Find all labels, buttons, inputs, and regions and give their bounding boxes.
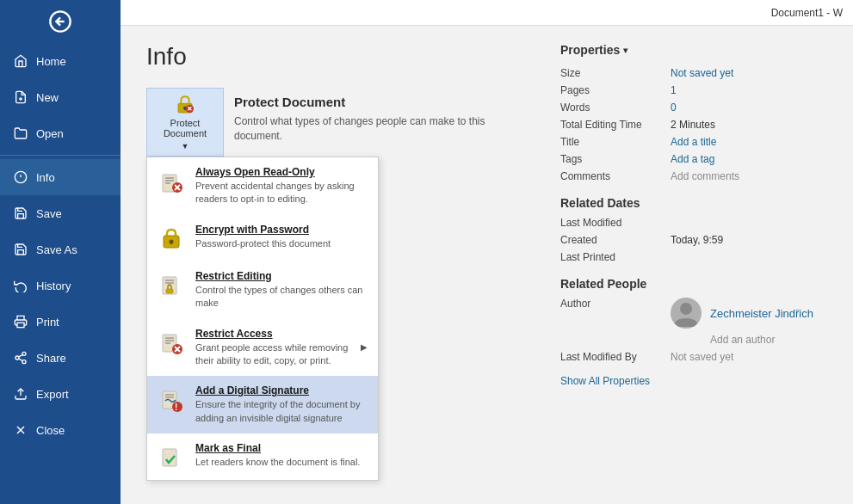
property-row-author: Author Zechmeister Jindřich Add an: [560, 298, 827, 346]
sidebar-item-history-label: History: [36, 280, 71, 292]
properties-rows: Size Not saved yet Pages 1 Words 0 Total…: [560, 67, 827, 182]
property-value-size[interactable]: Not saved yet: [671, 67, 733, 79]
sidebar: Home New Open Info Save Save As History …: [0, 0, 121, 504]
save-icon: [14, 206, 28, 220]
read-only-icon: [158, 168, 185, 195]
svg-line-12: [19, 354, 23, 357]
property-value-tags[interactable]: Add a tag: [671, 153, 714, 165]
info-icon: [14, 170, 28, 184]
protect-description: Protect Document Control what types of c…: [224, 88, 535, 151]
sidebar-item-save[interactable]: Save: [0, 195, 121, 231]
mark-final-icon: [158, 444, 185, 471]
property-value-comments[interactable]: Add comments: [671, 170, 739, 182]
protect-document-button[interactable]: ProtectDocument ▼: [146, 88, 224, 157]
svg-rect-18: [184, 108, 185, 111]
sidebar-item-export[interactable]: Export: [0, 376, 121, 412]
menu-item-encrypt[interactable]: Encrypt with Password Password-protect t…: [147, 215, 378, 261]
home-icon: [14, 54, 28, 68]
menu-item-digital-signature[interactable]: ! Add a Digital Signature Ensure the int…: [147, 376, 378, 433]
sidebar-item-print[interactable]: Print: [0, 304, 121, 340]
related-dates-title: Related Dates: [560, 196, 827, 210]
property-row-editing-time: Total Editing Time 2 Minutes: [560, 119, 827, 131]
encrypt-icon: [158, 225, 185, 253]
property-row-size: Size Not saved yet: [560, 67, 827, 79]
sidebar-item-open[interactable]: Open: [0, 115, 121, 151]
show-all-properties-link[interactable]: Show All Properties: [560, 375, 650, 387]
sidebar-item-save-label: Save: [36, 207, 62, 220]
main-content: Document1 - W Info: [121, 0, 853, 504]
menu-item-encrypt-desc: Password-protect this document: [195, 237, 368, 250]
property-value-pages[interactable]: 1: [671, 84, 677, 96]
related-dates-rows: Last Modified Created Today, 9:59 Last P…: [560, 217, 827, 263]
sidebar-item-export-label: Export: [36, 388, 69, 401]
export-icon: [14, 387, 28, 401]
property-value-editing-time: 2 Minutes: [671, 119, 715, 131]
document-name: Document1 - W: [771, 7, 843, 19]
print-icon: [14, 315, 28, 329]
digital-sig-icon: !: [158, 386, 185, 414]
property-row-created: Created Today, 9:59: [560, 234, 827, 246]
sidebar-item-close[interactable]: Close: [0, 412, 121, 448]
svg-rect-7: [17, 323, 24, 327]
sidebar-item-print-label: Print: [36, 316, 59, 329]
property-row-last-modified-by: Last Modified By Not saved yet: [560, 351, 827, 363]
sidebar-item-info-label: Info: [36, 171, 55, 184]
menu-item-restrict-access[interactable]: Restrict Access Grant people access whil…: [147, 319, 378, 377]
property-row-tags: Tags Add a tag: [560, 153, 827, 165]
property-value-title[interactable]: Add a title: [671, 136, 716, 148]
property-label-pages: Pages: [560, 84, 664, 96]
back-button[interactable]: [0, 0, 121, 43]
protect-button-label: ProtectDocument: [164, 118, 207, 138]
property-label-editing-time: Total Editing Time: [560, 119, 664, 131]
menu-item-always-open-text: Always Open Read-Only Prevent accidental…: [195, 166, 368, 206]
properties-dropdown-icon[interactable]: ▾: [623, 46, 627, 55]
sidebar-item-open-label: Open: [36, 127, 64, 140]
save-as-icon: [14, 243, 28, 256]
property-label-last-printed: Last Printed: [560, 251, 664, 263]
sidebar-divider-1: [0, 155, 121, 156]
menu-item-restrict-editing-text: Restrict Editing Control the types of ch…: [195, 270, 368, 310]
top-bar: Document1 - W: [121, 0, 853, 26]
protect-button-dropdown-arrow: ▼: [182, 142, 189, 151]
sidebar-item-info[interactable]: Info: [0, 159, 121, 195]
property-label-words: Words: [560, 101, 664, 114]
sidebar-item-share[interactable]: Share: [0, 340, 121, 376]
menu-item-restrict-editing[interactable]: Restrict Editing Control the types of ch…: [147, 261, 378, 319]
svg-line-11: [19, 359, 23, 361]
add-author[interactable]: Add an author: [710, 334, 813, 346]
sidebar-item-save-as[interactable]: Save As: [0, 231, 121, 267]
history-icon: [14, 279, 28, 292]
author-info: Zechmeister Jindřich Add an author: [671, 298, 813, 346]
sidebar-item-new-label: New: [36, 91, 59, 104]
content-area: Info: [121, 26, 853, 504]
sidebar-item-share-label: Share: [36, 352, 66, 365]
author-name[interactable]: Zechmeister Jindřich: [710, 307, 813, 320]
menu-item-encrypt-text: Encrypt with Password Password-protect t…: [195, 224, 368, 250]
menu-item-always-open-title: Always Open Read-Only: [195, 166, 368, 178]
menu-item-always-open[interactable]: Always Open Read-Only Prevent accidental…: [147, 157, 378, 215]
author-avatar: [671, 298, 702, 329]
left-panel: Info: [146, 43, 535, 487]
new-icon: [14, 90, 28, 104]
menu-item-restrict-access-text: Restrict Access Grant people access whil…: [195, 328, 350, 368]
menu-item-restrict-editing-title: Restrict Editing: [195, 270, 368, 282]
sidebar-item-history[interactable]: History: [0, 267, 121, 304]
open-icon: [14, 126, 28, 140]
related-people-title: Related People: [560, 277, 827, 291]
property-value-words[interactable]: 0: [671, 101, 677, 114]
restrict-access-arrow: ▶: [361, 342, 368, 352]
property-row-last-modified: Last Modified: [560, 217, 827, 229]
menu-item-always-open-desc: Prevent accidental changes by asking rea…: [195, 180, 368, 206]
property-label-comments: Comments: [560, 170, 664, 182]
menu-item-restrict-editing-desc: Control the types of changes others can …: [195, 284, 368, 310]
sidebar-item-home-label: Home: [36, 55, 66, 68]
svg-rect-33: [166, 289, 173, 293]
menu-item-mark-final[interactable]: Mark as Final Let readers know the docum…: [147, 433, 378, 480]
menu-item-restrict-access-desc: Grant people access while removing their…: [195, 341, 350, 368]
property-row-pages: Pages 1: [560, 84, 827, 96]
sidebar-item-new[interactable]: New: [0, 79, 121, 115]
sidebar-item-close-label: Close: [36, 424, 65, 437]
sidebar-item-home[interactable]: Home: [0, 43, 121, 79]
svg-point-9: [15, 356, 19, 360]
menu-item-mark-final-title: Mark as Final: [195, 442, 368, 454]
